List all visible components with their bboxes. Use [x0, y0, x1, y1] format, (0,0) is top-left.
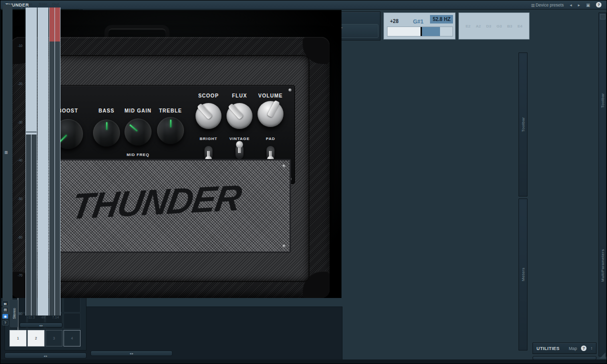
- volume-knob[interactable]: [258, 101, 284, 127]
- vintage-label: VINTAGE: [230, 136, 250, 141]
- meter-power-button[interactable]: ◉: [2, 314, 8, 319]
- chain-slot-button[interactable]: 2: [28, 330, 44, 346]
- string-label[interactable]: E4: [518, 24, 522, 28]
- meter-header-in: In: [28, 2, 32, 6]
- bass-knob[interactable]: [93, 120, 120, 146]
- out-meter-value: 7.14: [52, 316, 59, 319]
- meter-scale-tick: 0: [14, 6, 22, 9]
- meter-scale-tick: -50: [14, 197, 22, 200]
- meter-scale-tick: -60: [14, 235, 22, 238]
- tuner-frequency: 52.8 HZ: [430, 15, 453, 24]
- in-peak-marker: [26, 132, 36, 132]
- meter-scale-tick: -70: [14, 274, 22, 277]
- out-meter-right: [55, 42, 60, 316]
- string-label[interactable]: B3: [507, 24, 512, 28]
- tuner-display[interactable]: +28 G#1 52.8 HZ: [384, 12, 456, 40]
- mid-freq-label: MID FREQ: [126, 152, 150, 157]
- side-meter-value: -inf: [40, 316, 46, 319]
- map-button[interactable]: Map: [568, 346, 577, 351]
- thunder-logo: THUNDER: [50, 158, 276, 244]
- string-label[interactable]: A2: [476, 24, 481, 28]
- meter-header-out: Out: [52, 2, 59, 6]
- pad-label: PAD: [266, 136, 276, 141]
- meter-scale-tick: -10: [14, 44, 22, 47]
- device-prev-icon[interactable]: ◂: [570, 2, 572, 8]
- meter-header-side: Side: [39, 2, 48, 6]
- treble-label: TREBLE: [159, 108, 182, 114]
- in-meter-value: -11.3: [27, 316, 34, 319]
- device-screen-icon[interactable]: ▣: [586, 2, 590, 8]
- stereo-tab[interactable]: Stereo: [10, 300, 18, 328]
- tuner-note: G#1: [413, 18, 424, 24]
- toolbar-collapsed-panel[interactable]: Toolbar: [518, 52, 528, 196]
- resize-handle[interactable]: [600, 352, 606, 358]
- chain-slot-button[interactable]: 4: [64, 330, 80, 346]
- meter-collapse-grip[interactable]: ◂ ▸: [20, 322, 62, 328]
- amp-grille: THUNDER: [35, 159, 291, 253]
- meter-sidebar[interactable]: [2, 4, 12, 314]
- chain-slot-button[interactable]: 1: [10, 330, 26, 346]
- utilities-updown-icon[interactable]: ↕: [590, 346, 592, 350]
- meter-grid-icon[interactable]: ▥: [4, 150, 8, 154]
- in-meter-right: [32, 134, 36, 316]
- out-meter-right-clip: [55, 8, 60, 42]
- scoop-knob[interactable]: [196, 103, 222, 129]
- meter-scale-tick: -40: [14, 158, 22, 162]
- out-meter-left-clip: [50, 8, 54, 42]
- mid-gain-label: MID GAIN: [124, 108, 152, 114]
- meter-scale-tick: -30: [14, 120, 22, 124]
- bright-label: BRIGHT: [200, 136, 217, 141]
- device-header: THUNDER ▥ Device presets ◂ ▸ ▣ ?: [0, 0, 606, 10]
- tuner-cents: +28: [390, 18, 398, 24]
- treble-knob[interactable]: [157, 117, 184, 144]
- utilities-title: UTILITIES: [536, 346, 560, 351]
- utilities-help-icon[interactable]: ?: [581, 346, 586, 351]
- chain-slot-button[interactable]: 3: [46, 330, 62, 346]
- mid-gain-knob[interactable]: [124, 118, 152, 146]
- in-meter-left: [26, 134, 31, 316]
- multiparameters-rail-tab[interactable]: MultiParameters: [598, 190, 606, 340]
- routing-collapse-grip[interactable]: ◂ ▸: [4, 352, 86, 358]
- meter-pause-button[interactable]: ▮▮: [2, 300, 8, 306]
- meter-chart-button[interactable]: ▤: [2, 307, 8, 312]
- meters-collapsed-panel[interactable]: Meters: [518, 198, 528, 350]
- rail-collapse-button[interactable]: [600, 14, 606, 20]
- svg-text:THUNDER: THUNDER: [69, 177, 244, 226]
- tuner-bar: [387, 26, 453, 36]
- bass-label: BASS: [98, 108, 114, 114]
- toolbar-rail-tab[interactable]: Toolbar: [598, 20, 606, 180]
- string-label[interactable]: D3: [486, 24, 491, 28]
- meter-help-button[interactable]: ?: [2, 320, 8, 326]
- string-label[interactable]: E2: [466, 24, 470, 28]
- out-meter-left: [50, 42, 54, 316]
- string-selector[interactable]: E2A2D3G3B3E4: [458, 12, 530, 40]
- browser-collapse-grip[interactable]: ◂ ▸: [90, 350, 172, 356]
- device-next-icon[interactable]: ▸: [578, 2, 580, 8]
- bottom-strip: [0, 360, 607, 364]
- device-help-icon[interactable]: ?: [596, 2, 602, 8]
- plugin-window: MGuitarArchitect (16.08) ▦ Presets ◂ ▸ ▩…: [0, 0, 607, 364]
- meter-scale-tick: -20: [14, 82, 22, 86]
- device-presets-button[interactable]: ▥ Device presets: [531, 2, 564, 8]
- volume-label: VOLUME: [258, 93, 283, 98]
- utilities-bar: UTILITIES Map ? ↕: [532, 342, 596, 354]
- string-label[interactable]: G3: [496, 24, 502, 28]
- flux-knob[interactable]: [226, 103, 252, 129]
